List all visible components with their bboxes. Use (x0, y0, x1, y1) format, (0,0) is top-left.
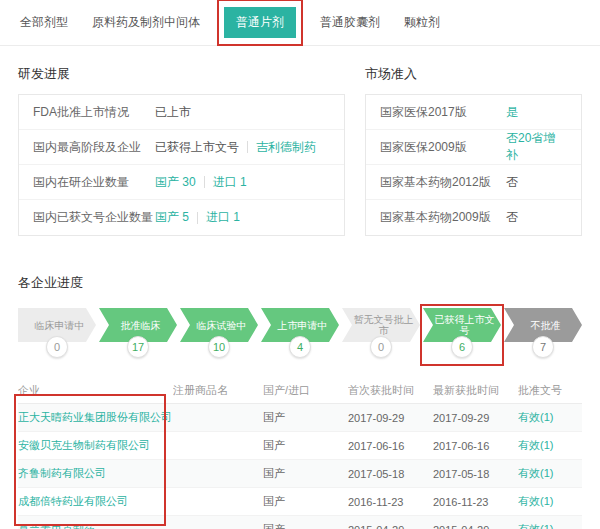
tab-plain-tablet-active[interactable]: 普通片剂 (224, 7, 296, 38)
tab-api-intermediates[interactable]: 原料药及制剂中间体 (92, 14, 200, 31)
origin-cell: 国产 (263, 438, 348, 453)
step-market-applying[interactable]: 上市申请中 4 (261, 308, 339, 358)
origin-cell: 国产 (263, 522, 348, 529)
market-row-medicare-2017: 国家医保2017版 是 (366, 95, 581, 130)
rd-row-highest-stage: 国内最高阶段及企业 已获得上市文号 吉利德制药 (19, 130, 344, 165)
latest-approval-cell: 2017-06-16 (433, 440, 518, 452)
step-market-applying-count: 4 (289, 336, 311, 358)
market-access-panel: 国家医保2017版 是 国家医保2009版 否20省增补 国家基本药物2012版… (365, 94, 582, 236)
first-approval-cell: 2016-11-23 (348, 496, 433, 508)
market-row-medicare-2009: 国家医保2009版 否20省增补 (366, 130, 581, 165)
company-table-body: 正大天晴药业集团股份有限公司 国产 2017-09-29 2017-09-29 … (18, 404, 582, 529)
license-link[interactable]: 有效(1) (518, 438, 578, 453)
license-link[interactable]: 有效(1) (518, 494, 578, 509)
medicare-2009-label: 国家医保2009版 (380, 139, 506, 156)
step-clinical-applying-count: 0 (46, 336, 68, 358)
step-not-approved-count: 7 (532, 336, 554, 358)
header-latest-approval: 最新获批时间 (433, 383, 518, 398)
latest-approval-cell: 2016-11-23 (433, 496, 518, 508)
step-clinical-approved[interactable]: 批准临床 17 (99, 308, 177, 358)
rd-row-fda-value: 已上市 (155, 104, 191, 121)
rd-row-in-research-count: 国内在研企业数量 国产 30 进口 1 (19, 165, 344, 200)
company-table-header: 企业 注册商品名 国产/进口 首次获批时间 最新获批时间 批准文号 (18, 378, 582, 404)
header-trade-name: 注册商品名 (173, 383, 263, 398)
header-license: 批准文号 (518, 383, 578, 398)
rd-row-highest-stage-value: 已获得上市文号 (155, 139, 239, 156)
rd-progress-panel: FDA批准上市情况 已上市 国内最高阶段及企业 已获得上市文号 吉利德制药 国内… (18, 94, 345, 236)
value-divider (197, 212, 198, 224)
company-progress-title: 各企业进度 (18, 274, 582, 292)
latest-approval-cell: 2017-05-18 (433, 468, 518, 480)
value-divider (204, 176, 205, 188)
step-in-clinical-trial-count: 10 (208, 336, 230, 358)
rd-row-fda-label: FDA批准上市情况 (33, 104, 155, 121)
header-company: 企业 (18, 383, 173, 398)
origin-cell: 国产 (263, 410, 348, 425)
company-link[interactable]: 安徽贝克生物制药有限公司 (18, 438, 173, 453)
header-origin: 国产/进口 (263, 383, 348, 398)
table-row: 正大天晴药业集团股份有限公司 国产 2017-09-29 2017-09-29 … (18, 404, 582, 432)
drug-detail-page: 全部剂型 原料药及制剂中间体 普通片剂 普通胶囊剂 颗粒剂 研发进展 FDA批准… (0, 0, 600, 529)
gilead-company-link[interactable]: 吉利德制药 (256, 139, 316, 156)
origin-cell: 国产 (263, 494, 348, 509)
step-no-license-marketed[interactable]: 暂无文号批上市 0 (342, 308, 420, 358)
rd-progress-title: 研发进展 (18, 65, 582, 83)
in-research-domestic-link[interactable]: 国产 30 (155, 174, 196, 191)
step-license-obtained-count: 6 (451, 336, 473, 358)
step-not-approved[interactable]: 不批准 7 (504, 308, 582, 358)
table-row: 葛兰素史克制药 国产 2015-04-29 2015-04-29 有效(1) (18, 516, 582, 529)
step-clinical-approved-count: 17 (127, 336, 149, 358)
first-approval-cell: 2017-06-16 (348, 440, 433, 452)
market-access-title: 市场准入 (365, 65, 417, 83)
rd-row-licensed-count: 国内已获文号企业数量 国产 5 进口 1 (19, 200, 344, 235)
origin-cell: 国产 (263, 466, 348, 481)
license-link[interactable]: 有效(1) (518, 410, 578, 425)
table-row: 成都倍特药业有限公司 国产 2016-11-23 2016-11-23 有效(1… (18, 488, 582, 516)
medicare-2009-value[interactable]: 否20省增补 (506, 130, 567, 164)
rd-row-in-research-label: 国内在研企业数量 (33, 174, 155, 191)
step-no-license-marketed-count: 0 (370, 336, 392, 358)
first-approval-cell: 2015-04-29 (348, 524, 433, 529)
progress-steps: 临床申请中 0 批准临床 17 临床试验中 10 上市申请中 4 暂无文号批上市… (18, 308, 582, 358)
in-research-import-link[interactable]: 进口 1 (213, 174, 247, 191)
company-link[interactable]: 成都倍特药业有限公司 (18, 494, 173, 509)
license-link[interactable]: 有效(1) (518, 522, 578, 529)
tab-plain-capsule[interactable]: 普通胶囊剂 (320, 14, 380, 31)
step-in-clinical-trial[interactable]: 临床试验中 10 (180, 308, 258, 358)
licensed-domestic-link[interactable]: 国产 5 (155, 209, 189, 226)
tab-all-dosage-forms[interactable]: 全部剂型 (20, 14, 68, 31)
medicare-2017-label: 国家医保2017版 (380, 104, 506, 121)
essential-2012-value: 否 (506, 174, 518, 191)
company-link[interactable]: 正大天晴药业集团股份有限公司 (18, 410, 173, 425)
latest-approval-cell: 2015-04-29 (433, 524, 518, 529)
rd-row-licensed-label: 国内已获文号企业数量 (33, 209, 155, 226)
first-approval-cell: 2017-09-29 (348, 412, 433, 424)
license-link[interactable]: 有效(1) (518, 466, 578, 481)
header-first-approval: 首次获批时间 (348, 383, 433, 398)
essential-2012-label: 国家基本药物2012版 (380, 174, 506, 191)
company-link[interactable]: 齐鲁制药有限公司 (18, 466, 173, 481)
licensed-import-link[interactable]: 进口 1 (206, 209, 240, 226)
dosage-form-tabbar: 全部剂型 原料药及制剂中间体 普通片剂 普通胶囊剂 颗粒剂 (0, 0, 600, 46)
step-license-obtained[interactable]: 已获得上市文号 6 (423, 308, 501, 358)
essential-2009-value: 否 (506, 209, 518, 226)
step-clinical-applying[interactable]: 临床申请中 0 (18, 308, 96, 358)
rd-row-highest-stage-label: 国内最高阶段及企业 (33, 139, 155, 156)
tab-granule[interactable]: 颗粒剂 (404, 14, 440, 31)
essential-2009-label: 国家基本药物2009版 (380, 209, 506, 226)
rd-row-fda: FDA批准上市情况 已上市 (19, 95, 344, 130)
table-row: 齐鲁制药有限公司 国产 2017-05-18 2017-05-18 有效(1) (18, 460, 582, 488)
company-table: 企业 注册商品名 国产/进口 首次获批时间 最新获批时间 批准文号 正大天晴药业… (18, 378, 582, 529)
table-row: 安徽贝克生物制药有限公司 国产 2017-06-16 2017-06-16 有效… (18, 432, 582, 460)
value-divider (247, 141, 248, 153)
market-row-essential-2012: 国家基本药物2012版 否 (366, 165, 581, 200)
market-row-essential-2009: 国家基本药物2009版 否 (366, 200, 581, 235)
medicare-2017-value[interactable]: 是 (506, 104, 518, 121)
latest-approval-cell: 2017-09-29 (433, 412, 518, 424)
company-link[interactable]: 葛兰素史克制药 (18, 522, 173, 529)
first-approval-cell: 2017-05-18 (348, 468, 433, 480)
